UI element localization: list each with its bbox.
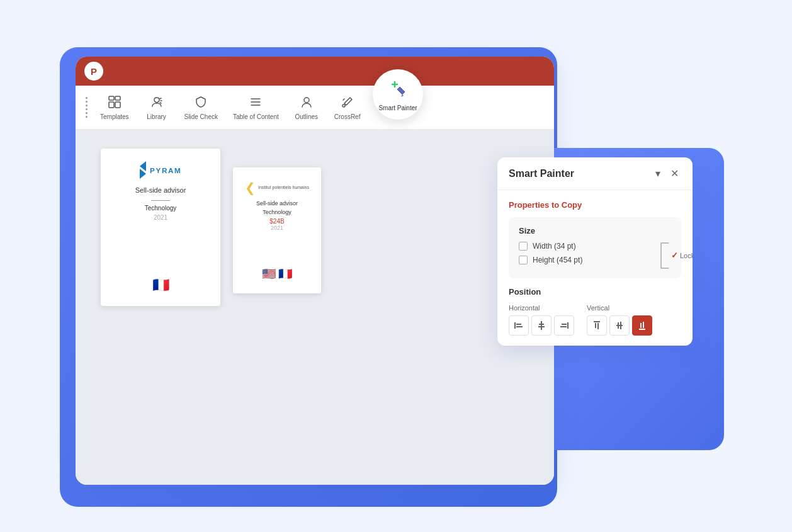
slide2-company: Institut potentiels humains [258,184,309,190]
position-label: Position [509,287,681,297]
svg-rect-17 [539,324,544,325]
crossref-label: CrossRef [334,113,361,120]
horizontal-label: Horizontal [509,304,574,312]
outlines-label: Outlines [295,113,318,120]
slide2-flag-us: 🇺🇸 [262,267,276,281]
slide-check-label: Slide Check [184,113,218,120]
vertical-buttons [587,315,652,336]
slide-card-2[interactable]: ❮ Institut potentiels humains Sell-side … [233,167,321,293]
svg-rect-22 [594,321,600,322]
lock-ratio-check: ✓ [671,251,678,260]
toc-label: Table of Content [233,113,279,120]
panel-title: Smart Painter [509,168,574,179]
toolbar-item-templates[interactable]: Templates [94,91,135,124]
svg-rect-15 [516,326,523,327]
slide1-role: Sell-side advisor [135,186,186,194]
svg-rect-27 [620,322,621,329]
svg-rect-19 [567,322,569,329]
toolbar-grip [82,97,91,118]
panel-close-button[interactable]: ✕ [668,166,681,181]
svg-rect-18 [538,326,545,327]
svg-rect-0 [109,96,114,100]
smart-painter-panel: Smart Painter ▾ ✕ Properties to Copy Siz… [497,157,693,346]
toolbar-item-outlines[interactable]: Outlines [288,91,325,124]
toc-icon [249,95,263,112]
toolbar-item-library[interactable]: Library [138,91,176,124]
svg-rect-23 [595,323,596,328]
pyramid-logo: PYRAMID [140,161,181,179]
svg-point-7 [304,98,309,103]
svg-rect-25 [616,325,623,326]
slide2-price: $24B [269,218,284,225]
size-section: Size Width (34 pt) Height (454 pt) [509,217,681,278]
height-checkbox[interactable] [519,256,528,264]
templates-label: Templates [100,113,129,120]
horizontal-group: Horizontal [509,304,574,336]
slide2-logo: ❮ Institut potentiels humains [245,180,309,195]
slide1-flags: 🇫🇷 [152,277,169,293]
svg-rect-21 [560,326,567,327]
position-groups: Horizontal Vertic [509,304,681,336]
toolbar-item-toc[interactable]: Table of Content [227,91,285,124]
svg-rect-2 [109,102,114,108]
lock-bracket-icon [659,242,671,269]
svg-rect-1 [115,96,120,100]
slide1-year: 2021 [154,214,167,221]
panel-minimize-button[interactable]: ▾ [653,166,663,181]
size-label: Size [519,226,671,235]
smart-painter-icon [386,78,410,102]
slide2-sector: Technology [263,209,291,215]
align-right-button[interactable] [554,315,574,336]
svg-rect-26 [618,322,619,329]
slide1-sector: Technology [145,205,177,212]
svg-rect-3 [115,102,120,108]
svg-rect-24 [597,323,599,329]
width-label: Width (34 pt) [533,242,576,251]
ppt-window: P Templates [76,57,554,485]
slide2-flag-fr: 🇫🇷 [278,267,292,281]
svg-rect-28 [639,329,645,330]
align-top-button[interactable] [587,315,607,336]
position-section: Position Horizontal [509,287,681,336]
ppt-logo: P [84,62,103,81]
svg-rect-29 [640,323,642,328]
svg-rect-30 [643,322,644,328]
pyramid-text-logo: PYRAMID [150,161,181,179]
toolbar: Templates Library Slide Ch [76,86,554,130]
svg-rect-20 [562,324,567,325]
lock-ratio-label: Lock Ratio [680,252,693,259]
library-label: Library [147,113,166,120]
vertical-group: Vertical [587,304,652,336]
horizontal-buttons [509,315,574,336]
slide1-divider [151,200,170,201]
slide-card-1[interactable]: PYRAMID Sell-side advisor Technology 202… [101,149,220,306]
smart-painter-button[interactable]: Smart Painter [373,69,423,120]
svg-text:PYRAMID: PYRAMID [150,166,181,174]
panel-header-actions: ▾ ✕ [653,166,681,181]
align-middle-button[interactable] [609,315,630,336]
title-bar: P [76,57,554,86]
toolbar-item-slide-check[interactable]: Slide Check [178,91,224,124]
crossref-icon [341,95,354,112]
toolbar-item-crossref[interactable]: CrossRef [328,91,367,124]
outlines-icon [300,95,314,112]
smart-painter-label: Smart Painter [378,105,417,111]
panel-body: Properties to Copy Size Width (34 pt) He… [497,190,693,346]
height-label: Height (454 pt) [533,256,582,264]
width-checkbox[interactable] [519,242,528,251]
svg-rect-16 [541,321,542,330]
align-left-button[interactable] [509,315,529,336]
vertical-label: Vertical [587,304,652,312]
align-bottom-button[interactable] [632,315,652,336]
slide2-flags: 🇺🇸 🇫🇷 [262,267,292,281]
align-center-h-button[interactable] [531,315,552,336]
properties-section-title: Properties to Copy [509,200,681,210]
svg-point-8 [342,105,345,107]
height-row: Height (454 pt) [519,256,653,264]
panel-header: Smart Painter ▾ ✕ [497,157,693,190]
templates-icon [108,95,122,112]
slide-area: PYRAMID Sell-side advisor Technology 202… [76,130,554,485]
slide-check-icon [194,95,208,112]
slide2-year: 2021 [271,225,283,231]
slide2-role: Sell-side advisor [256,200,298,207]
